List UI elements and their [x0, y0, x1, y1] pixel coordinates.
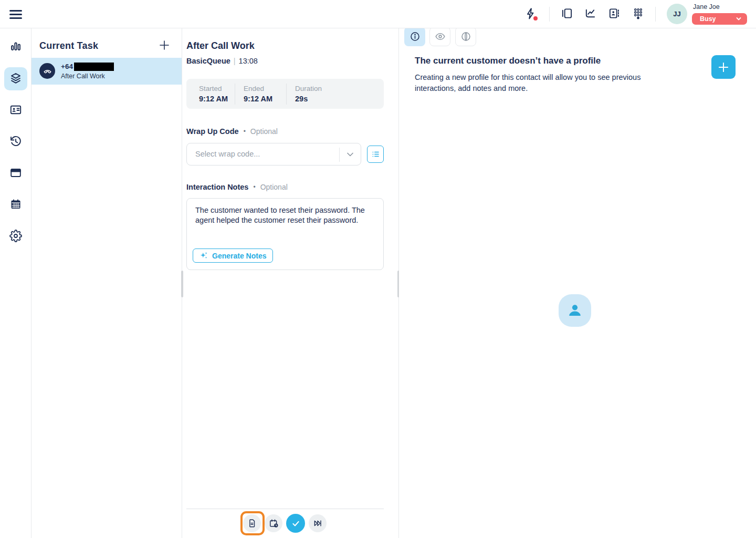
interaction-notes-text: The customer wanted to reset their passw… [195, 205, 378, 225]
directory-button[interactable] [604, 5, 623, 24]
bar-chart-icon [9, 40, 22, 55]
contact-card-icon [9, 104, 22, 118]
top-bar: JJ Jane Joe Busy [0, 0, 756, 28]
person-icon [565, 301, 584, 320]
footer-divider [186, 509, 384, 509]
side-panel-button[interactable] [557, 5, 576, 24]
bullet-list-icon [371, 150, 380, 159]
nav-history[interactable] [4, 130, 27, 153]
nav-browser[interactable] [4, 162, 27, 185]
subtitle-separator: | [234, 57, 236, 65]
sparkle-icon [200, 251, 208, 260]
wrap-up-code-placeholder: Select wrap code... [195, 150, 260, 158]
hamburger-menu-icon[interactable] [9, 8, 22, 20]
current-task-panel: Current Task +64 After Call Work [32, 28, 182, 538]
customer-profile-panel: The current customer doesn’t have a prof… [399, 28, 756, 538]
tab-info[interactable] [404, 27, 425, 46]
dialpad-button[interactable] [628, 5, 647, 24]
stat-duration: Duration 29s [286, 84, 329, 105]
interaction-notes-textarea[interactable]: The customer wanted to reset their passw… [186, 198, 384, 270]
split-circle-icon [460, 31, 471, 42]
wrap-up-code-label: Wrap Up Code [186, 127, 239, 136]
acw-subtitle: BasicQueue|13:08 [186, 57, 258, 65]
check-icon [291, 519, 301, 529]
agent-status-button[interactable]: Busy [692, 13, 747, 25]
topbar-divider [655, 7, 656, 22]
queue-name: BasicQueue [186, 57, 230, 65]
history-icon [9, 135, 22, 149]
wrap-up-code-label-row: Wrap Up Code • Optional [186, 127, 278, 136]
stat-ended: Ended 9:12 AM [235, 84, 286, 105]
nav-contacts[interactable] [4, 99, 27, 122]
tab-preview[interactable] [429, 27, 450, 46]
interaction-notes-label-row: Interaction Notes • Optional [186, 183, 288, 191]
plus-icon [717, 60, 730, 74]
app-root: JJ Jane Joe Busy [0, 0, 756, 538]
wrap-up-optional-label: Optional [250, 127, 278, 136]
calendar-clock-icon [269, 519, 279, 529]
interaction-notes-label: Interaction Notes [186, 183, 248, 191]
browser-window-icon [9, 167, 22, 181]
add-task-button[interactable] [158, 39, 171, 53]
lightning-button[interactable] [521, 5, 540, 24]
calendar-icon [9, 198, 22, 212]
task-texts: +64 After Call Work [61, 61, 114, 80]
user-name: Jane Joe [693, 3, 720, 11]
profile-avatar-placeholder [559, 294, 591, 327]
nav-calendar[interactable] [4, 193, 27, 216]
document-icon [247, 519, 257, 528]
generate-notes-button[interactable]: Generate Notes [193, 249, 273, 263]
task-phone-number: +64 [61, 63, 73, 70]
phone-handset-icon [39, 63, 55, 79]
bullet-separator: • [253, 183, 255, 191]
complete-task-button[interactable] [286, 514, 305, 533]
chevron-down-icon [736, 16, 742, 22]
left-nav-rail [0, 28, 32, 538]
topbar-divider [549, 7, 550, 22]
eye-icon [435, 31, 446, 42]
user-avatar[interactable]: JJ [667, 4, 687, 24]
task-list-item[interactable]: +64 After Call Work [32, 58, 182, 85]
scrollbar-thumb[interactable] [181, 271, 183, 297]
chevron-down-icon [346, 151, 354, 158]
acw-title: After Call Work [186, 40, 255, 51]
notes-optional-label: Optional [260, 183, 288, 191]
profile-heading: The current customer doesn’t have a prof… [415, 56, 601, 66]
gear-icon [9, 230, 22, 244]
nav-metrics[interactable] [4, 36, 27, 59]
call-stats-box: Started 9:12 AM Ended 9:12 AM Duration 2… [186, 79, 384, 109]
side-panel-icon [561, 7, 573, 21]
task-subtitle: After Call Work [61, 73, 114, 80]
create-profile-button[interactable] [711, 55, 736, 79]
stat-started: Started 9:12 AM [199, 84, 235, 105]
notes-summary-button[interactable] [243, 514, 261, 532]
select-divider [339, 148, 340, 162]
wrap-up-code-select[interactable]: Select wrap code... [186, 143, 361, 165]
wrap-up-code-list-button[interactable] [367, 146, 384, 163]
address-book-icon [608, 7, 620, 21]
profile-description: Creating a new profile for this contact … [415, 72, 663, 94]
redacted-phone-number [74, 63, 114, 71]
line-chart-icon [584, 7, 596, 21]
skip-forward-icon [313, 519, 322, 528]
nav-settings[interactable] [4, 225, 27, 248]
layers-icon [9, 72, 22, 86]
notification-dot [533, 16, 538, 20]
after-call-work-panel: After Call Work BasicQueue|13:08 Started… [182, 28, 399, 538]
info-icon [410, 31, 421, 42]
nav-tasks[interactable] [4, 67, 27, 90]
plus-icon [158, 39, 171, 51]
skip-button[interactable] [309, 514, 327, 532]
dialpad-icon [632, 7, 644, 21]
schedule-callback-button[interactable] [265, 514, 282, 532]
acw-timer: 13:08 [239, 57, 258, 65]
metrics-button[interactable] [581, 5, 600, 24]
tab-insights[interactable] [455, 27, 476, 46]
bullet-separator: • [244, 128, 246, 135]
task-panel-title: Current Task [39, 40, 98, 51]
